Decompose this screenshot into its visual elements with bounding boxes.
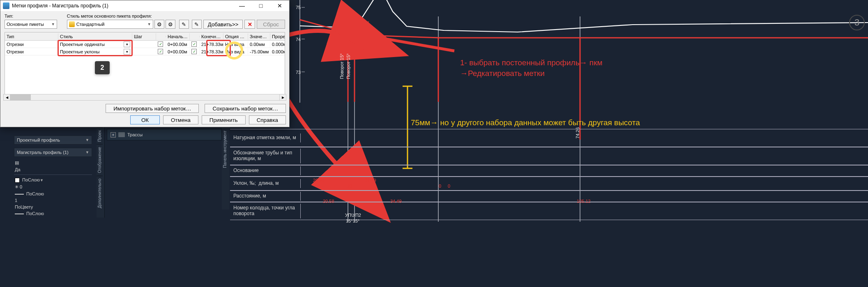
prop-row[interactable]: ПоСлою	[15, 191, 91, 196]
band-row: Номер колодца, точки угла поворота УП\УП…	[230, 202, 868, 220]
scroll-right-icon[interactable]: ▶	[279, 94, 286, 100]
pick-button-1[interactable]: ✎	[179, 20, 189, 29]
rotation-label: Поворот 15°	[339, 53, 344, 79]
scroll-thumb[interactable]	[10, 94, 31, 100]
slope-value: 30	[347, 184, 352, 188]
rotation-label: Поворот 15°	[346, 53, 351, 79]
minimize-button[interactable]: —	[233, 0, 251, 11]
tree-label: Трассы	[127, 132, 143, 137]
expand-icon[interactable]: +	[111, 132, 116, 138]
add-button[interactable]: Добавить>>	[203, 20, 243, 29]
step-badge-3: 3	[849, 15, 865, 30]
grid-row[interactable]: Отрезки Проектные ординаты▾ 0+00.00м 21+…	[5, 41, 285, 48]
vtab[interactable]: Дополнительно	[97, 176, 103, 211]
type-combo-value: Основные пикеты	[7, 22, 44, 27]
apply-button[interactable]: Применить	[202, 115, 246, 124]
vtab[interactable]: Отображение	[97, 144, 103, 176]
style-action-2[interactable]: ⚙	[166, 20, 175, 29]
profile-labels-dialog: Метки профиля - Магистраль профиль (1) —…	[0, 0, 290, 127]
grid-row[interactable]: Отрезки Проектные уклоны▾ 0+00.00м 21+78…	[5, 48, 285, 55]
chevron-down-icon: ▼	[147, 22, 151, 26]
grid-header: Тип Стиль Шаг Начальн… Конечны… Опция р……	[5, 32, 285, 41]
prop-group[interactable]: Проектный профиль▼	[14, 135, 92, 145]
prop-row: Да	[15, 167, 91, 172]
style-action-1[interactable]: ⚙	[154, 20, 164, 29]
reset-button[interactable]: Сброс	[257, 20, 285, 29]
style-drop-icon[interactable]: ▾	[124, 49, 130, 55]
band-row: Основание	[230, 165, 868, 177]
vertical-tabs[interactable]: Проек Отображение Дополнительно	[97, 127, 105, 218]
type-label: Тип:	[5, 14, 57, 18]
checkbox[interactable]	[158, 41, 163, 47]
close-button[interactable]: ✕	[270, 0, 289, 11]
vtab[interactable]: Проек	[97, 127, 103, 144]
dialog-title: Метки профиля - Магистраль профиль (1)	[12, 3, 108, 9]
prop-row: ▤	[15, 160, 91, 165]
distance-value: 20.58	[323, 199, 334, 204]
tree-node[interactable]: + Трассы	[107, 129, 222, 140]
tool-panel-tab[interactable]: Панель инструмент	[222, 127, 229, 209]
band-label: Обозначение трубы и тип изоляции, м	[230, 149, 301, 163]
slope-value: 0	[448, 184, 450, 188]
tool-panel-label: Панель инструмент	[222, 127, 228, 171]
properties-panel: Проектный профиль▼ Магистраль профиль (1…	[14, 135, 92, 218]
checkbox[interactable]	[191, 41, 197, 47]
band-label: Натурная отметка земли, м	[230, 133, 301, 142]
distance-value: 105.12	[577, 199, 591, 204]
prop-row[interactable]: ✳ 0	[15, 184, 91, 190]
profile-band-table: Натурная отметка земли, м Обозначение тр…	[230, 129, 868, 220]
save-set-button[interactable]: Сохранить набор меток…	[205, 104, 286, 113]
annotation-1: 1- выбрать постоенный профиль→ пкм →Редк…	[460, 57, 637, 78]
well-id: УП\УП2	[345, 213, 361, 218]
cancel-button[interactable]: Отмена	[163, 115, 198, 124]
slope-value: 34.49	[365, 178, 376, 183]
band-row-slope: Уклон, ‰; длина, м 20.59 30 34.49 0 0	[230, 177, 868, 191]
chevron-down-icon: ▼	[51, 22, 55, 26]
annotation-2: 75мм→ но у другого набора данных может б…	[411, 117, 641, 128]
trassy-icon	[118, 132, 125, 137]
well-angle: 15°15°	[346, 218, 359, 223]
help-button[interactable]: Справка	[249, 115, 286, 124]
delete-button[interactable]: ✕	[244, 20, 255, 29]
distance-value: 34.49	[390, 199, 402, 204]
annotation-badge-2: 2	[95, 61, 110, 74]
type-combo[interactable]: Основные пикеты ▼	[5, 20, 57, 29]
style-drop-icon[interactable]: ▾	[124, 41, 130, 47]
prop-row: ПоЦвету	[15, 204, 91, 209]
import-set-button[interactable]: Импортировать набор меток…	[106, 104, 199, 113]
style-combo[interactable]: Стандартный ▼	[67, 20, 153, 29]
slope-value: 0	[439, 184, 441, 188]
prop-row[interactable]: ПоСлою	[15, 211, 91, 216]
band-row: Расстояние, м 20.58 34.49 105.12	[230, 191, 868, 202]
style-combo-value: Стандартный	[76, 22, 105, 27]
style-label: Стиль меток основного пикета профиля:	[67, 14, 285, 18]
maximize-button[interactable]: □	[251, 0, 270, 11]
axis-tick: 73	[296, 70, 301, 75]
prop-row[interactable]: ПоСлою▼	[15, 177, 91, 183]
checkbox[interactable]	[191, 49, 197, 54]
band-label: Расстояние, м	[230, 192, 301, 201]
checkbox[interactable]	[158, 49, 163, 54]
band-row: Обозначение трубы и тип изоляции, м	[230, 147, 868, 165]
ok-button[interactable]: ОК	[130, 115, 160, 124]
band-label: Номер колодца, точки угла поворота	[230, 204, 301, 218]
band-row: Натурная отметка земли, м	[230, 129, 868, 147]
band-label: Основание	[230, 166, 301, 175]
dialog-titlebar[interactable]: Метки профиля - Магистраль профиль (1) —…	[0, 0, 289, 11]
prop-name[interactable]: Магистраль профиль (1)▼	[14, 148, 92, 157]
pick-button-2[interactable]: ✎	[192, 20, 202, 29]
slope-value: 20.59	[313, 178, 325, 183]
style-icon	[69, 21, 75, 27]
axis-tick: 74	[296, 37, 301, 42]
horizontal-scrollbar[interactable]: ◀ ▶	[3, 94, 286, 101]
labels-grid[interactable]: Тип Стиль Шаг Начальн… Конечны… Опция р……	[5, 32, 285, 97]
scroll-left-icon[interactable]: ◀	[4, 94, 10, 100]
app-icon	[3, 2, 9, 9]
prop-row: 1	[15, 198, 91, 203]
axis-tick: 75	[296, 5, 301, 10]
